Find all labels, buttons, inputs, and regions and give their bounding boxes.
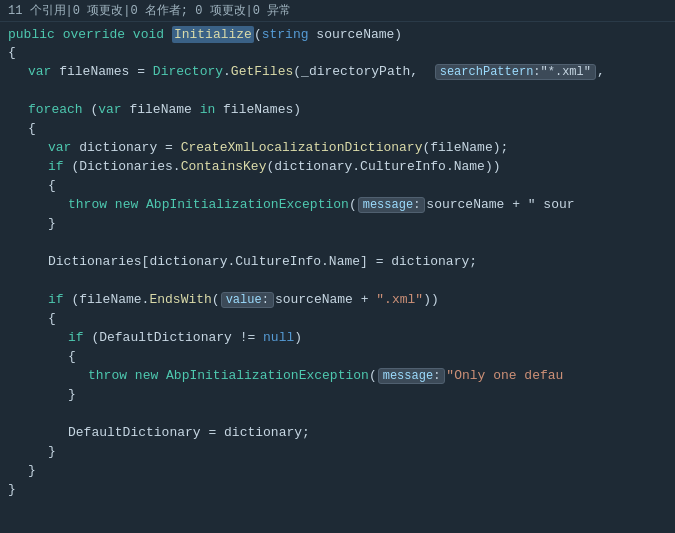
kw-new2: new [135,368,158,383]
kw-new1: new [115,197,138,212]
code-line-assign: Dictionaries[dictionary.CultureInfo.Name… [0,254,675,273]
method-createxml: CreateXmlLocalizationDictionary [181,140,423,155]
code-line-foreach: foreach ( var fileName in fileNames) [0,102,675,121]
method-endswith: EndsWith [149,292,211,307]
kw-var3: var [48,140,71,155]
code-line-if1: if (Dictionaries. ContainsKey (dictionar… [0,159,675,178]
code-line-default: DefaultDictionary = dictionary; [0,425,675,444]
kw-foreach: foreach [28,102,83,117]
code-line-close4: } [0,444,675,463]
str-xml: ".xml" [376,292,423,307]
code-line-filenames: var fileNames = Directory . GetFiles (_d… [0,64,675,83]
class-abpexc2: AbpInitializationException [166,368,369,383]
method-containskey: ContainsKey [181,159,267,174]
param-hint-searchpattern: searchPattern:"*.xml" [435,64,596,80]
code-line-close2: } [0,463,675,482]
kw-override: override [63,27,125,42]
code-line-empty3 [0,273,675,292]
code-line-open2: { [0,121,675,140]
kw-in: in [200,102,216,117]
method-getfiles: GetFiles [231,64,293,79]
code-line-empty1 [0,83,675,102]
kw-if3: if [68,330,84,345]
class-directory: Directory [153,64,223,79]
kw-var2: var [98,102,121,117]
code-line-close3: } [0,216,675,235]
kw-var1: var [28,64,51,79]
class-abpexc1: AbpInitializationException [146,197,349,212]
code-line-if2: if (fileName. EndsWith ( value: sourceNa… [0,292,675,311]
code-line-open5: { [0,349,675,368]
kw-throw2: throw [88,368,127,383]
param-hint-value: value: [221,292,274,308]
kw-if2: if [48,292,64,307]
code-line-close5: } [0,387,675,406]
kw-string: string [262,27,309,42]
method-initialize: Initialize [172,26,254,43]
status-bar: 11 个引用|0 项更改|0 名作者; 0 项更改|0 异常 [0,0,675,22]
param-hint-msg2: message: [378,368,446,384]
kw-throw1: throw [68,197,107,212]
code-line-dict: var dictionary = CreateXmlLocalizationDi… [0,140,675,159]
code-line-open: { [0,45,675,64]
param-hint-msg1: message: [358,197,426,213]
code-line-throw1: throw new AbpInitializationException ( m… [0,197,675,216]
code-line-open4: { [0,311,675,330]
code-line-sig: public override void Initialize ( string… [0,26,675,45]
code-line-throw2: throw new AbpInitializationException ( m… [0,368,675,387]
code-line-if3: if (DefaultDictionary != null ) [0,330,675,349]
code-area: public override void Initialize ( string… [0,22,675,533]
code-line-open3: { [0,178,675,197]
kw-void: void [133,27,164,42]
str-onlyone: "Only one defau [446,368,563,383]
kw-if1: if [48,159,64,174]
kw-null: null [263,330,294,345]
kw-public: public [8,27,55,42]
code-line-close1: } [0,482,675,501]
code-line-empty4 [0,406,675,425]
code-line-empty2 [0,235,675,254]
